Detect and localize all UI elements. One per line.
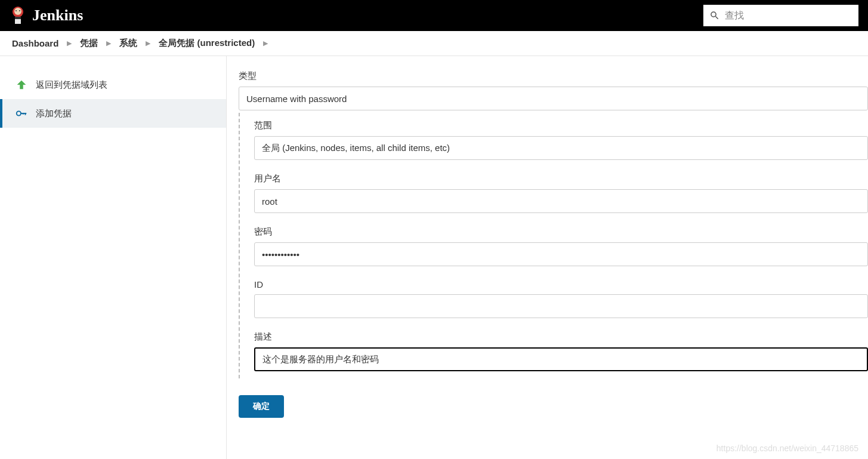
sidebar-item-add-credentials[interactable]: 添加凭据 <box>0 99 226 128</box>
breadcrumb-system[interactable]: 系统 <box>119 38 137 49</box>
sidebar: 返回到凭据域列表 添加凭据 <box>0 56 227 459</box>
nested-fields: 范围 用户名 密码 ID 描述 <box>239 113 868 378</box>
breadcrumb-global[interactable]: 全局凭据 (unrestricted) <box>159 38 255 49</box>
svg-point-4 <box>16 10 17 11</box>
svg-point-5 <box>19 10 20 11</box>
svg-rect-3 <box>15 17 21 19</box>
svg-rect-8 <box>25 113 26 115</box>
password-label: 密码 <box>254 226 868 238</box>
jenkins-logo-icon <box>10 5 26 26</box>
svg-point-1 <box>14 8 21 15</box>
breadcrumb-credentials[interactable]: 凭据 <box>80 38 98 49</box>
search-box[interactable] <box>703 5 858 26</box>
chevron-right-icon: ▶ <box>260 39 271 47</box>
svg-point-6 <box>17 111 21 115</box>
chevron-right-icon: ▶ <box>63 39 75 47</box>
logo[interactable]: Jenkins <box>10 5 83 26</box>
up-arrow-icon <box>14 78 29 92</box>
username-input[interactable] <box>254 189 868 213</box>
submit-button[interactable]: 确定 <box>239 395 284 418</box>
scope-select[interactable] <box>254 136 868 160</box>
type-select[interactable] <box>239 87 868 110</box>
logo-text: Jenkins <box>32 7 83 24</box>
username-label: 用户名 <box>254 173 868 184</box>
id-input[interactable] <box>254 294 868 318</box>
svg-rect-9 <box>23 113 24 115</box>
key-icon <box>14 106 29 121</box>
sidebar-item-label: 添加凭据 <box>36 108 72 119</box>
breadcrumb-dashboard[interactable]: Dashboard <box>12 38 58 48</box>
password-input[interactable] <box>254 242 868 266</box>
search-input[interactable] <box>725 10 852 21</box>
breadcrumbs: Dashboard ▶ 凭据 ▶ 系统 ▶ 全局凭据 (unrestricted… <box>0 31 868 56</box>
sidebar-item-back[interactable]: 返回到凭据域列表 <box>0 70 226 99</box>
main-content: 类型 范围 用户名 密码 ID 描述 <box>227 56 868 459</box>
id-label: ID <box>254 279 868 289</box>
chevron-right-icon: ▶ <box>103 39 115 47</box>
sidebar-item-label: 返回到凭据域列表 <box>36 79 107 91</box>
type-label: 类型 <box>239 70 868 82</box>
description-label: 描述 <box>254 331 868 343</box>
search-icon <box>709 10 720 21</box>
header: Jenkins <box>0 0 868 31</box>
scope-label: 范围 <box>254 120 868 131</box>
chevron-right-icon: ▶ <box>142 39 154 47</box>
description-input[interactable] <box>254 347 868 371</box>
